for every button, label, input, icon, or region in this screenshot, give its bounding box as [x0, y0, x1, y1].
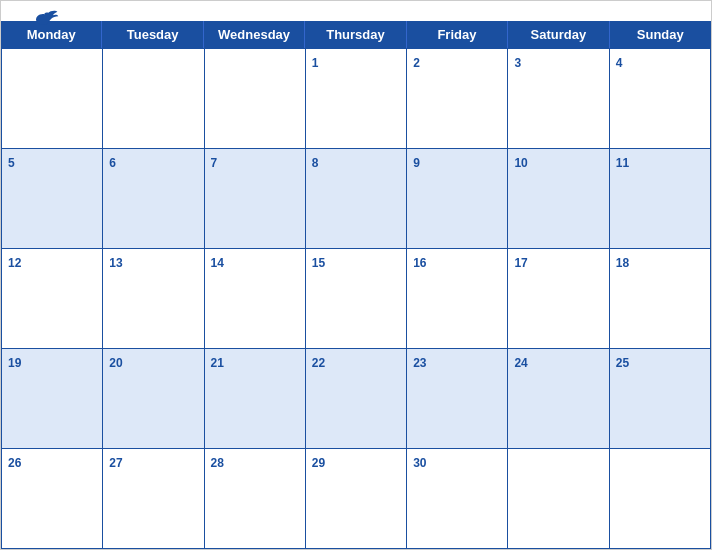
day-friday: Friday: [407, 21, 508, 48]
calendar-cell: 9: [407, 149, 508, 249]
date-number: 3: [514, 56, 521, 70]
calendar-cell: 17: [508, 249, 609, 349]
date-number: 26: [8, 456, 21, 470]
calendar: Monday Tuesday Wednesday Thursday Friday…: [0, 0, 712, 550]
calendar-cell: 4: [610, 49, 711, 149]
calendar-cell: 25: [610, 349, 711, 449]
calendar-cell: 2: [407, 49, 508, 149]
calendar-cell: 29: [306, 449, 407, 549]
day-tuesday: Tuesday: [102, 21, 203, 48]
date-number: 8: [312, 156, 319, 170]
date-number: 28: [211, 456, 224, 470]
date-number: 21: [211, 356, 224, 370]
date-number: 25: [616, 356, 629, 370]
date-number: 4: [616, 56, 623, 70]
calendar-cell: [610, 449, 711, 549]
calendar-cell: 21: [205, 349, 306, 449]
calendar-cell: 6: [103, 149, 204, 249]
logo-icon: [21, 9, 61, 29]
date-number: 11: [616, 156, 629, 170]
date-number: 6: [109, 156, 116, 170]
date-number: 20: [109, 356, 122, 370]
calendar-cell: 7: [205, 149, 306, 249]
date-number: 27: [109, 456, 122, 470]
day-saturday: Saturday: [508, 21, 609, 48]
calendar-cell: 13: [103, 249, 204, 349]
day-thursday: Thursday: [305, 21, 406, 48]
calendar-cell: 30: [407, 449, 508, 549]
date-number: 2: [413, 56, 420, 70]
calendar-cell: 19: [2, 349, 103, 449]
day-wednesday: Wednesday: [204, 21, 305, 48]
calendar-cell: 11: [610, 149, 711, 249]
calendar-cell: 1: [306, 49, 407, 149]
logo: [21, 9, 61, 29]
calendar-cell: 26: [2, 449, 103, 549]
calendar-cell: [2, 49, 103, 149]
calendar-cell: [103, 49, 204, 149]
date-number: 17: [514, 256, 527, 270]
calendar-cell: 28: [205, 449, 306, 549]
date-number: 16: [413, 256, 426, 270]
calendar-cell: 27: [103, 449, 204, 549]
calendar-cell: 3: [508, 49, 609, 149]
date-number: 10: [514, 156, 527, 170]
date-number: 15: [312, 256, 325, 270]
date-number: 5: [8, 156, 15, 170]
date-number: 7: [211, 156, 218, 170]
date-number: 19: [8, 356, 21, 370]
date-number: 22: [312, 356, 325, 370]
calendar-cell: [205, 49, 306, 149]
calendar-cell: 15: [306, 249, 407, 349]
calendar-cell: 20: [103, 349, 204, 449]
calendar-cell: 12: [2, 249, 103, 349]
date-number: 12: [8, 256, 21, 270]
calendar-header: [1, 1, 711, 21]
day-sunday: Sunday: [610, 21, 711, 48]
date-number: 9: [413, 156, 420, 170]
date-number: 13: [109, 256, 122, 270]
calendar-cell: 10: [508, 149, 609, 249]
date-number: 24: [514, 356, 527, 370]
date-number: 18: [616, 256, 629, 270]
date-number: 14: [211, 256, 224, 270]
date-number: 1: [312, 56, 319, 70]
date-number: 29: [312, 456, 325, 470]
calendar-cell: 18: [610, 249, 711, 349]
date-number: 23: [413, 356, 426, 370]
calendar-cell: 8: [306, 149, 407, 249]
calendar-cell: 23: [407, 349, 508, 449]
calendar-cell: 24: [508, 349, 609, 449]
calendar-cell: 5: [2, 149, 103, 249]
calendar-grid: 1234567891011121314151617181920212223242…: [1, 48, 711, 549]
calendar-cell: 22: [306, 349, 407, 449]
days-header: Monday Tuesday Wednesday Thursday Friday…: [1, 21, 711, 48]
calendar-cell: [508, 449, 609, 549]
calendar-cell: 16: [407, 249, 508, 349]
date-number: 30: [413, 456, 426, 470]
calendar-cell: 14: [205, 249, 306, 349]
